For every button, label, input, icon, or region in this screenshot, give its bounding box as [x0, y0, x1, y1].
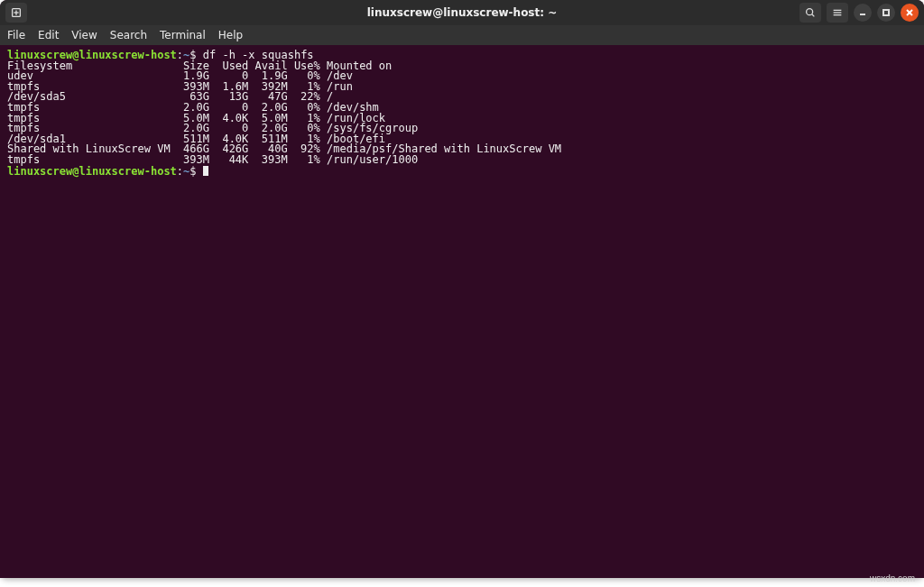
minimize-button[interactable] [854, 4, 872, 22]
menu-terminal[interactable]: Terminal [160, 29, 206, 41]
new-tab-button[interactable] [5, 3, 27, 23]
terminal-window: linuxscrew@linuxscrew-host: ~ File Edit … [0, 0, 924, 578]
maximize-icon [882, 8, 891, 17]
hamburger-icon [831, 6, 844, 19]
titlebar: linuxscrew@linuxscrew-host: ~ [0, 0, 924, 25]
titlebar-right [799, 3, 919, 23]
search-button[interactable] [799, 3, 821, 23]
minimize-icon [858, 8, 867, 17]
window-title: linuxscrew@linuxscrew-host: ~ [0, 6, 924, 19]
titlebar-left [5, 3, 27, 23]
menubar: File Edit View Search Terminal Help [0, 25, 924, 45]
new-tab-icon [10, 6, 23, 19]
menu-search[interactable]: Search [110, 29, 147, 41]
svg-point-3 [807, 9, 813, 15]
menu-view[interactable]: View [71, 29, 97, 41]
menu-file[interactable]: File [7, 29, 25, 41]
terminal-body[interactable]: linuxscrew@linuxscrew-host:~$ df -h -x s… [0, 45, 924, 578]
search-icon [804, 6, 817, 19]
svg-rect-9 [883, 10, 889, 15]
close-button[interactable] [901, 4, 919, 22]
menu-button[interactable] [827, 3, 848, 23]
menu-edit[interactable]: Edit [38, 29, 59, 41]
close-icon [905, 8, 914, 17]
menu-help[interactable]: Help [218, 29, 243, 41]
watermark: wsxdn.com [870, 573, 915, 583]
prompt-line: linuxscrew@linuxscrew-host:~$ [7, 166, 917, 177]
svg-line-4 [812, 14, 815, 17]
maximize-button[interactable] [877, 4, 895, 22]
cursor [203, 166, 208, 176]
